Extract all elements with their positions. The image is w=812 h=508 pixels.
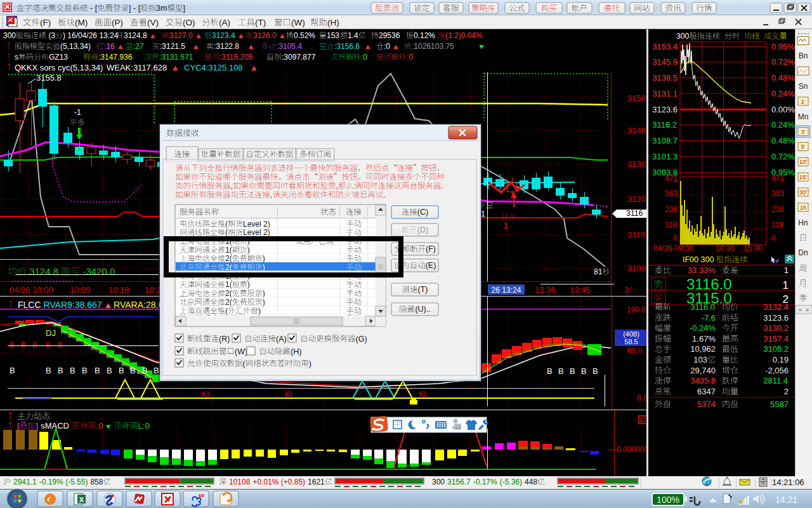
svg-text:103: 103 [693,355,707,364]
svg-text:1(: 1( [225,246,232,255]
svg-text:,: , [270,190,272,199]
svg-text:.: . [441,182,443,190]
svg-text:10': 10' [799,158,808,165]
svg-text::3147.936: :3147.936 [98,53,133,62]
svg-text:+0.01% (+0.85): +0.01% (+0.85) [252,478,305,486]
svg-text:B: B [558,366,564,376]
svg-text:3101.3: 3101.3 [652,152,678,161]
svg-text:B: B [581,366,587,376]
svg-text:3100: 3100 [627,264,646,273]
svg-text:(R): (R) [219,335,230,344]
svg-text:10,962: 10,962 [690,344,716,354]
svg-text:(W): (W) [235,347,247,356]
svg-text:): ) [258,307,261,316]
svg-text:X: X [79,496,84,504]
svg-text:): ) [247,246,250,255]
svg-text:0.24%: 0.24% [771,89,795,98]
svg-text:14:21: 14:21 [775,495,797,505]
svg-text:3131.1: 3131.1 [652,89,678,98]
svg-text::3122.8: :3122.8 [214,42,239,51]
svg-text:0.48%: 0.48% [771,73,795,83]
svg-text:3138.5: 3138.5 [652,73,678,83]
svg-text:(-5.36): (-5.36) [500,478,522,486]
svg-text:6347: 6347 [697,387,716,396]
svg-text:471: 471 [665,174,678,183]
svg-text:0.000000: 0.000000 [617,445,648,454]
svg-text:15:00: 15:00 [743,244,763,253]
svg-text:(A): (A) [276,335,287,344]
svg-text:0.12%: 0.12% [414,31,435,40]
svg-text:3: 3 [624,285,629,295]
svg-text:2(: 2( [225,298,232,307]
svg-text:B: B [593,366,598,376]
svg-text:2(: 2( [225,289,232,298]
svg-text:236: 236 [771,205,784,214]
svg-text:13: 13 [455,425,461,429]
svg-text::27: :27 [133,42,144,51]
svg-text:»: » [806,307,809,313]
svg-text:B: B [154,366,159,375]
svg-text:(P): (P) [112,18,123,27]
svg-text:13:36: 13:36 [535,285,556,295]
svg-text:Level 2): Level 2) [243,228,270,237]
svg-text:236: 236 [665,205,678,214]
svg-text:B: B [547,366,553,376]
svg-text:,: , [336,182,338,190]
svg-text:1(: 1( [225,280,232,289]
svg-text:GZ13: GZ13 [49,53,68,62]
svg-text:-2,056: -2,056 [765,366,789,375]
svg-text:DJ: DJ [46,328,56,338]
svg-text:1.67%: 1.67% [692,334,716,344]
svg-text:KI: KI [202,390,209,399]
svg-text:3140: 3140 [627,126,646,135]
svg-text:] - [: ] - [ [129,4,141,13]
svg-text:118: 118 [665,220,677,229]
svg-text:): ) [263,263,265,272]
svg-text:3155.8: 3155.8 [36,73,62,83]
svg-text:50.0: 50.0 [627,347,643,356]
svg-text:3130: 3130 [627,159,646,169]
svg-text:B: B [142,366,148,375]
svg-text::3105.4: :3105.4 [277,42,302,51]
svg-text:5': 5' [801,143,806,150]
svg-text:0.19: 0.19 [773,355,789,364]
svg-text:.: . [384,190,386,199]
svg-text:29536: 29536 [379,31,400,40]
svg-text:153: 153 [327,31,339,40]
svg-text:Level 2): Level 2) [243,220,270,229]
svg-text:(U)..: (U).. [415,305,430,314]
svg-text:3157.4: 3157.4 [763,334,789,344]
svg-text::3121.5: :3121.5 [160,42,185,51]
svg-text:3126.0: 3126.0 [253,31,277,40]
svg-text:RVAR9:38.667: RVAR9:38.667 [44,300,102,310]
svg-text:1: 1 [783,279,789,291]
svg-text:) 16/04/26 13:24: ) 16/04/26 13:24 [63,31,119,40]
svg-text:3116.2: 3116.2 [652,120,677,130]
svg-text:60: 60 [199,493,204,498]
svg-text:(T): (T) [418,285,428,294]
svg-text:[: [ [17,421,20,431]
svg-text:10108: 10108 [229,478,251,486]
svg-text:0.48%: 0.48% [771,136,795,145]
svg-text:(H): (H) [291,347,301,356]
svg-text:(M): (M) [75,18,88,27]
svg-text:3127.0: 3127.0 [169,31,193,40]
svg-text:3123.6: 3123.6 [763,313,789,323]
svg-text:Dn: Dn [798,248,808,257]
svg-text:04/26 09:30: 04/26 09:30 [653,244,694,253]
svg-text:100.0: 100.0 [627,305,646,314]
svg-text:100%: 100% [657,495,679,505]
svg-text:2941.1: 2941.1 [13,478,37,486]
svg-text:IF00 300: IF00 300 [683,255,714,264]
svg-text:3435.8: 3435.8 [690,376,716,385]
svg-text:KL: KL [419,390,428,399]
svg-text:- [: - [ [90,4,98,13]
svg-text:): ) [309,359,311,368]
svg-text:B: B [107,366,112,375]
svg-text:«: « [799,307,802,313]
svg-text:3124.8: 3124.8 [29,266,58,277]
svg-text:-1: -1 [74,108,81,117]
svg-text:29,740: 29,740 [690,366,716,375]
svg-text:Hn: Hn [798,218,808,227]
svg-text:]: ] [183,4,185,13]
